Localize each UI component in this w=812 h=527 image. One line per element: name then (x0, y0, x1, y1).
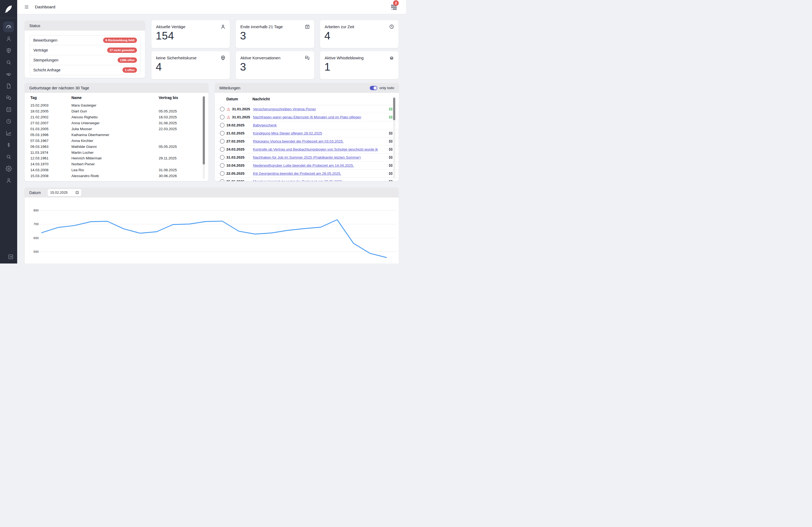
chart-icon (6, 130, 12, 136)
table-row: 15.03.2008 Alessandro Riotti 30.06.2026 (25, 173, 208, 179)
sidebar-item-settings[interactable] (3, 163, 14, 174)
sidebar-item-security[interactable] (3, 45, 14, 56)
envelope-icon[interactable] (388, 115, 393, 119)
sidebar-item-search[interactable] (3, 57, 14, 67)
status-card: Status Bewerbungen 6 Rückmeldung fehlt V… (25, 21, 145, 78)
calendar-icon (6, 107, 12, 113)
message-radio[interactable] (220, 155, 224, 160)
kpi-card-arbeiten-zur-zeit[interactable]: Arbeiten zur Zeit 4 (320, 20, 398, 48)
message-link[interactable]: Ripiceanu Viorica beendet die Probezeit … (253, 139, 386, 143)
shield-icon (6, 47, 12, 54)
sidebar-item-documents[interactable] (3, 80, 14, 91)
kpi-card-keine-sicherheitskurse[interactable]: keine Sicherheitskurse 4 (151, 51, 230, 79)
message-radio[interactable] (220, 147, 224, 152)
menu-button[interactable] (24, 4, 29, 10)
shield-icon (220, 55, 226, 61)
message-radio[interactable] (220, 131, 224, 136)
status-item-label: Stempelungen (33, 58, 59, 62)
calendar-icon (75, 191, 79, 195)
message-radio[interactable] (220, 171, 224, 176)
sidebar-item-statistics[interactable] (3, 128, 14, 138)
table-row: 01.03.2005 Julia Mooser 22.03.2025 (25, 126, 208, 132)
status-item-label: Schicht Anfrage (33, 68, 61, 72)
sidebar-item-search-2[interactable] (3, 151, 14, 162)
message-link[interactable]: Kontrolle ob Vertrag und Beobachtungsbog… (253, 147, 386, 151)
sidebar-item-calendar[interactable] (3, 104, 14, 115)
envelope-icon[interactable] (388, 180, 393, 181)
table-row: 15.02.2003 Mara Gasteiger (25, 103, 208, 108)
kpi-card-aktuelle-vertraege[interactable]: Aktuelle Vertäge 154 (151, 20, 230, 48)
message-date: 10.04.2025 (226, 163, 245, 167)
status-item[interactable]: Verträge 27 nicht gemeldet (30, 45, 140, 55)
message-row: 19.02.2025 Babygeschenk (215, 121, 399, 129)
sidebar-item-time[interactable] (3, 116, 14, 127)
status-item[interactable]: Stempelungen 1286 offen (30, 55, 140, 65)
sidebar-item-employees[interactable] (3, 33, 14, 44)
only-todo-toggle[interactable] (370, 86, 377, 90)
envelope-icon[interactable] (388, 131, 393, 135)
sidebar-item-partners[interactable] (3, 69, 14, 79)
message-link[interactable]: Niederwolfsgruber Lotte beendet die Prob… (253, 163, 386, 167)
envelope-icon[interactable] (388, 155, 393, 160)
table-row: 07.03.1967 Anna Kirchler (25, 138, 208, 144)
sidebar-item-conversations[interactable] (3, 92, 14, 103)
envelope-icon[interactable] (388, 139, 393, 143)
status-item[interactable]: Schicht Anfrage 1 offen (30, 65, 140, 75)
cell-tag: 11.03.1974 (30, 151, 71, 154)
message-radio[interactable] (220, 123, 224, 127)
search-icon (6, 59, 12, 65)
envelope-icon[interactable] (388, 163, 393, 167)
search-icon (6, 154, 12, 160)
status-badge: 1 offen (122, 67, 137, 73)
sidebar-item-logout[interactable] (8, 254, 14, 260)
column-header: Vertrag bis (159, 95, 208, 100)
messages-card: Mitteilungen only todo DatumNachricht 31… (215, 83, 399, 181)
cell-name: Alessio Righetto (71, 115, 159, 119)
message-link[interactable]: Kündigung Mira Steger pflegen 28.02.2025 (253, 131, 386, 135)
sidebar-item-finance[interactable] (3, 139, 14, 150)
birthdays-scrollbar-thumb[interactable] (203, 96, 205, 165)
message-date: 31.03.2025 (226, 155, 245, 160)
page-title: Dashboard (35, 4, 55, 10)
line-chart: 800700600500 (25, 197, 399, 264)
kpi-card-aktive-whistleblowing[interactable]: Aktive Whistleblowing 1 (320, 51, 398, 79)
message-link[interactable]: Maraber Heinrich beendet die Probezeit a… (253, 180, 386, 181)
cell-vertrag-bis: 22.03.2025 (159, 127, 208, 131)
sidebar-item-dashboard[interactable] (3, 21, 14, 32)
message-link[interactable]: Babygeschenk (253, 123, 386, 127)
kpi-card-ende-innerhalb-21-tage[interactable]: Ende innerhalb 21 Tage 3 (236, 20, 314, 48)
message-radio[interactable] (220, 163, 224, 168)
status-item[interactable]: Bewerbungen 6 Rückmeldung fehlt (30, 35, 140, 45)
kpi-value: 4 (156, 61, 162, 73)
cell-vertrag-bis: 16.03.2025 (159, 115, 208, 119)
envelope-icon[interactable] (388, 171, 393, 176)
message-link[interactable]: Versicherungsschreiben Virginia Pixner (253, 107, 386, 111)
date-input[interactable]: 15.02.2025 (47, 189, 82, 196)
table-row: 05.03.1996 Katharina Oberhammer (25, 132, 208, 138)
table-row: 14.03.2008 Lea Rio 31.08.2025 (25, 167, 208, 173)
message-radio[interactable] (220, 115, 224, 119)
message-link[interactable]: Nachhaken für Job im Sommer 2025 (Prakti… (253, 155, 386, 160)
kpi-label: Aktive Whistleblowing (325, 56, 364, 60)
message-row: 31.01.2025 Versicherungsschreiben Virgin… (215, 105, 399, 113)
kpi-card-aktive-konversationen[interactable]: Aktive Konversationen 3 (236, 51, 314, 79)
column-header: Name (71, 95, 159, 100)
svg-text:700: 700 (33, 223, 39, 226)
envelope-icon[interactable] (388, 107, 393, 111)
message-date: 19.02.2025 (226, 123, 245, 127)
message-radio[interactable] (220, 179, 224, 181)
cell-vertrag-bis: 05.05.2025 (159, 109, 208, 113)
message-link[interactable]: Kiji Georgentina beendet die Probezeit a… (253, 171, 386, 176)
table-row: 09.03.1963 Mathilde Gianni 05.05.2025 (25, 144, 208, 149)
cell-tag: 21.02.2002 (30, 115, 71, 119)
cell-name: Mara Gasteiger (71, 103, 159, 107)
message-radio[interactable] (220, 107, 224, 111)
message-row: 21.02.2025 Kündigung Mira Steger pflegen… (215, 129, 399, 137)
message-link[interactable]: Nachfragen wann genau Elternzeit (6 Mona… (253, 115, 386, 119)
sidebar-item-profile[interactable] (3, 175, 14, 186)
messages-scrollbar-thumb[interactable] (393, 98, 395, 120)
message-radio[interactable] (220, 139, 224, 144)
dashboard-icon (6, 24, 12, 30)
table-row: 18.02.2005 Diart Guri 05.05.2025 (25, 108, 208, 114)
envelope-icon[interactable] (388, 147, 393, 151)
